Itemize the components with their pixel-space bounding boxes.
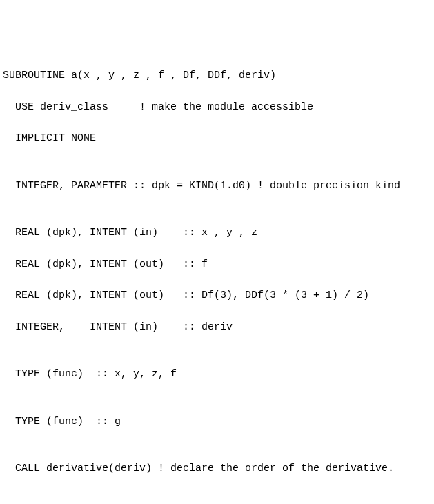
code-line: INTEGER, INTENT (in) :: deriv (3, 320, 431, 336)
code-line: REAL (dpk), INTENT (out) :: f_ (3, 257, 431, 273)
code-line: REAL (dpk), INTENT (out) :: Df(3), DDf(3… (3, 288, 431, 304)
code-line: INTEGER, PARAMETER :: dpk = KIND(1.d0) !… (3, 179, 431, 194)
code-line: USE deriv_class ! make the module access… (3, 100, 431, 116)
code-line: TYPE (func) :: x, y, z, f (3, 367, 431, 383)
code-line: REAL (dpk), INTENT (in) :: x_, y_, z_ (3, 225, 431, 241)
code-line: SUBROUTINE a(x_, y_, z_, f_, Df, DDf, de… (3, 68, 431, 84)
code-line: CALL derivative(deriv) ! declare the ord… (3, 461, 431, 477)
code-line: IMPLICIT NONE (3, 131, 431, 147)
code-line: TYPE (func) :: g (3, 414, 431, 430)
